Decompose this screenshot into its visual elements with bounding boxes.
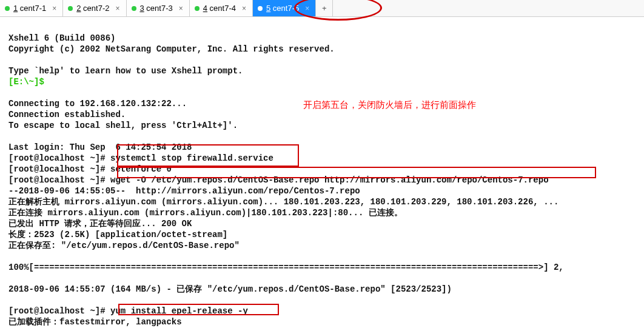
- wget-done: 2018-09-06 14:55:07 (164 MB/s) - 已保存 "/e…: [8, 284, 452, 294]
- command-1: systemctl stop firewalld.service: [110, 153, 273, 163]
- shell-prompt: [root@localhost ~]#: [8, 175, 110, 185]
- close-icon[interactable]: ×: [179, 4, 183, 13]
- tab-cent7-1[interactable]: 1 cent7-1 ×: [0, 0, 63, 16]
- copyright-line: Copyright (c) 2002 NetSarang Computer, I…: [8, 44, 335, 54]
- local-prompt: [E:\~]$: [8, 77, 44, 87]
- tab-title: cent7-4: [210, 4, 236, 13]
- add-tab-button[interactable]: +: [316, 0, 333, 16]
- wget-line: 正在保存至: "/etc/yum.repos.d/CentOS-Base.rep…: [8, 241, 240, 250]
- last-login: Last login: Thu Sep 6 14:25:54 2018: [8, 142, 192, 152]
- shell-prompt: [root@localhost ~]#: [8, 164, 110, 174]
- tab-title: cent7-5: [273, 4, 299, 13]
- tab-number: 1: [13, 4, 18, 13]
- command-3: wget -O /etc/yum.repos.d/CentOS-Base.rep…: [110, 175, 549, 185]
- status-dot-icon: [195, 6, 200, 11]
- tab-cent7-2[interactable]: 2 cent7-2 ×: [63, 0, 126, 16]
- wget-line: 已发出 HTTP 请求，正在等待回应... 200 OK: [8, 219, 192, 229]
- wget-line: 正在连接 mirrors.aliyun.com (mirrors.aliyun.…: [8, 208, 403, 218]
- escape-hint: To escape to local shell, press 'Ctrl+Al…: [8, 121, 238, 130]
- tab-cent7-5[interactable]: 5 cent7-5 ×: [253, 0, 316, 16]
- close-icon[interactable]: ×: [242, 4, 246, 13]
- shell-prompt: [root@localhost ~]#: [8, 153, 110, 163]
- progress-bar: 100%[===================================…: [8, 263, 564, 272]
- tab-cent7-4[interactable]: 4 cent7-4 ×: [190, 0, 253, 16]
- status-dot-icon: [132, 6, 136, 11]
- close-icon[interactable]: ×: [52, 4, 56, 13]
- tab-number: 2: [76, 4, 81, 13]
- status-dot-icon: [5, 6, 10, 11]
- tab-number: 3: [140, 4, 144, 13]
- command-2: setenforce 0: [110, 164, 172, 174]
- tab-number: 4: [203, 4, 207, 13]
- shell-prompt: [root@localhost ~]#: [8, 306, 110, 316]
- tab-number: 5: [266, 4, 270, 13]
- wget-line: 正在解析主机 mirrors.aliyun.com (mirrors.aliyu…: [8, 197, 558, 207]
- terminal-output[interactable]: Xshell 6 (Build 0086) Copyright (c) 2002…: [0, 17, 644, 328]
- help-hint: Type `help' to learn how to use Xshell p…: [8, 66, 243, 76]
- yum-line: 已加载插件：fastestmirror, langpacks: [8, 317, 182, 327]
- tab-title: cent7-1: [20, 4, 46, 13]
- tab-title: cent7-3: [146, 4, 172, 13]
- tab-cent7-3[interactable]: 3 cent7-3 ×: [127, 0, 190, 16]
- connection-established: Connection established.: [8, 110, 126, 119]
- status-dot-icon: [258, 6, 263, 11]
- app-header: Xshell 6 (Build 0086): [8, 33, 115, 43]
- tab-title: cent7-2: [83, 4, 109, 13]
- close-icon[interactable]: ×: [305, 4, 309, 13]
- connecting-line: Connecting to 192.168.120.132:22...: [8, 99, 187, 109]
- command-4: yum install epel-release -y: [110, 306, 248, 316]
- tab-bar: 1 cent7-1 × 2 cent7-2 × 3 cent7-3 × 4 ce…: [0, 0, 644, 17]
- status-dot-icon: [68, 6, 73, 11]
- close-icon[interactable]: ×: [115, 4, 119, 13]
- wget-line: 长度：2523 (2.5K) [application/octet-stream…: [8, 230, 227, 239]
- wget-line: --2018-09-06 14:55:05-- http://mirrors.a…: [8, 186, 360, 196]
- annotation-note: 开启第五台，关闭防火墙后，进行前面操作: [303, 99, 476, 111]
